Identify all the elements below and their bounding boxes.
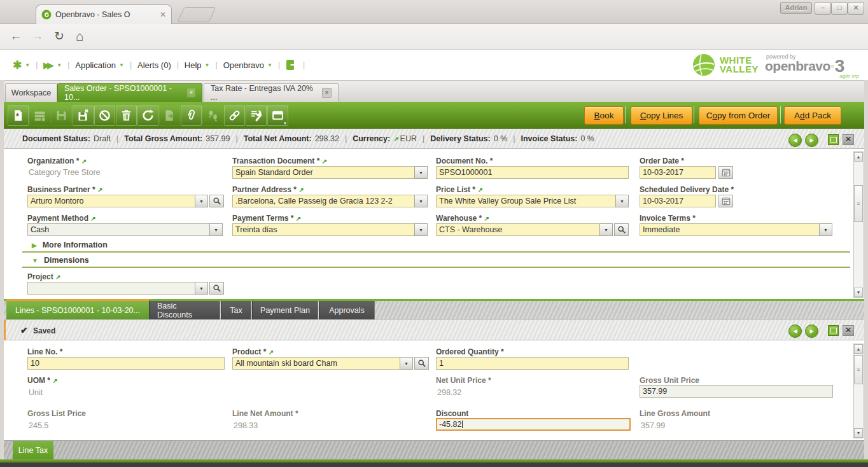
back-icon[interactable]: ←	[8, 28, 24, 45]
browser-tab[interactable]: Openbravo - Sales O ✕	[36, 4, 172, 24]
link-arrow-icon[interactable]: ↗	[296, 215, 301, 222]
next-record-button[interactable]: ▶	[805, 134, 818, 147]
payment-method-select[interactable]: Cash ▼	[27, 223, 223, 236]
window-maximize-button[interactable]: □	[831, 2, 848, 15]
maximize-pane-button[interactable]	[828, 134, 839, 145]
scrollbar-thumb[interactable]: ≡	[854, 355, 863, 384]
partner-address-select[interactable]: .Barcelona, Calle Passeig de Gracia 123 …	[232, 195, 428, 207]
search-icon[interactable]	[414, 357, 429, 370]
openbravo-menu[interactable]: Openbravo ▼	[223, 60, 272, 70]
copy-from-order-button[interactable]: Copy from Order	[699, 106, 778, 125]
link-arrow-icon[interactable]: ↗	[393, 136, 398, 143]
delete-button[interactable]	[116, 105, 137, 126]
tab-close-icon[interactable]: ✕	[160, 10, 166, 19]
scheduled-delivery-date-input[interactable]: 10-03-2017	[640, 195, 716, 207]
price-list-select[interactable]: The White Valley Group Sale Price List ▼	[436, 195, 629, 207]
window-close-button[interactable]: ✕	[848, 2, 864, 15]
scroll-up-icon[interactable]: ▲	[854, 152, 863, 162]
copy-lines-button[interactable]: Copy Lines	[631, 106, 692, 125]
product-select[interactable]: All mountain ski board Cham ▼	[232, 357, 413, 370]
new-tab-button[interactable]	[178, 7, 216, 22]
tab-close-icon[interactable]: ×	[187, 88, 195, 97]
search-icon[interactable]	[614, 223, 629, 236]
scroll-up-icon[interactable]: ▲	[854, 344, 863, 354]
link-arrow-icon[interactable]: ↗	[81, 158, 87, 165]
link-arrow-icon[interactable]: ↗	[322, 158, 327, 165]
home-icon[interactable]: ⌂	[71, 28, 88, 45]
undo-button[interactable]	[94, 105, 115, 126]
previous-record-button[interactable]: ◀	[788, 324, 802, 338]
chevron-down-icon[interactable]: ▼	[599, 223, 613, 236]
tab-tax[interactable]: Tax	[221, 301, 251, 319]
next-record-button[interactable]: ▶	[805, 324, 818, 338]
discount-input[interactable]: -45.82	[436, 418, 631, 431]
invoice-terms-select[interactable]: Immediate ▼	[640, 223, 832, 236]
warehouse-select[interactable]: CTS - Warehouse ▼	[436, 223, 613, 236]
tab-tax-rate[interactable]: Tax Rate - Entregas IVA 20% ... ×	[204, 83, 339, 102]
chevron-down-icon[interactable]: ▼	[400, 357, 413, 370]
business-partner-select[interactable]: Arturo Montoro ▼	[27, 195, 208, 207]
help-menu[interactable]: Help ▼	[185, 60, 210, 70]
tab-sales-order[interactable]: Sales Order - SPSO1000001 - 10... ×	[57, 83, 202, 102]
tab-line-tax[interactable]: Line Tax	[13, 441, 53, 460]
tab-workspace[interactable]: Workspace	[5, 83, 57, 102]
tab-close-icon[interactable]: ×	[322, 88, 332, 98]
form-scrollbar[interactable]: ▲ ≡ ▼	[853, 151, 864, 298]
save-and-close-button[interactable]	[73, 105, 94, 126]
previous-record-button[interactable]: ◀	[788, 134, 802, 147]
line-no-input[interactable]: 10	[27, 357, 225, 370]
tab-basic-discounts[interactable]: Basic Discounts	[149, 301, 220, 319]
search-icon[interactable]	[209, 195, 224, 207]
link-arrow-icon[interactable]: ↗	[298, 186, 304, 193]
calendar-icon[interactable]	[718, 166, 733, 179]
tab-lines[interactable]: Lines - SPSO1000001 - 10-03-20...	[6, 299, 149, 319]
gross-unit-price-input[interactable]: 357.99	[640, 385, 833, 398]
tab-approvals[interactable]: Approvals	[319, 301, 375, 319]
quick-launch-menu[interactable]: ✱ ▼	[13, 59, 30, 72]
calendar-icon[interactable]	[718, 195, 733, 207]
document-no-input[interactable]: SPSO1000001	[436, 166, 629, 179]
logout-button[interactable]	[286, 59, 297, 71]
more-information-section[interactable]: ▶ More Information	[32, 240, 108, 249]
close-pane-button[interactable]: ✕	[843, 134, 854, 145]
chevron-down-icon[interactable]: ▼	[209, 223, 223, 236]
link-arrow-icon[interactable]: ↗	[90, 215, 95, 222]
scroll-down-icon[interactable]: ▼	[854, 428, 863, 438]
link-arrow-icon[interactable]: ↗	[55, 274, 60, 281]
ordered-quantity-input[interactable]: 1	[436, 357, 629, 370]
new-record-button[interactable]: *	[8, 105, 29, 126]
project-select[interactable]: ▼	[27, 282, 208, 295]
tab-payment-plan[interactable]: Payment Plan	[252, 301, 318, 319]
payment-terms-select[interactable]: Treinta días ▼	[232, 223, 428, 236]
reload-icon[interactable]: ↻	[51, 28, 67, 45]
chevron-down-icon[interactable]: ▼	[414, 223, 428, 236]
form-view-toggle-button[interactable]: ▼	[267, 105, 288, 126]
alerts-menu[interactable]: Alerts (0)	[137, 60, 171, 70]
attachment-button[interactable]	[181, 105, 202, 126]
window-minimize-button[interactable]: −	[815, 2, 831, 15]
link-arrow-icon[interactable]: ↗	[52, 377, 57, 384]
transaction-document-select[interactable]: Spain Standard Order ▼	[232, 166, 428, 179]
scroll-down-icon[interactable]: ▼	[854, 288, 863, 297]
chevron-down-icon[interactable]: ▼	[615, 195, 629, 207]
chevron-down-icon[interactable]: ▼	[414, 166, 428, 179]
order-date-input[interactable]: 10-03-2017	[640, 166, 716, 179]
chevron-down-icon[interactable]: ▼	[819, 223, 832, 236]
chevron-down-icon[interactable]: ▼	[195, 195, 208, 207]
lines-scrollbar[interactable]: ▲ ≡ ▼	[853, 344, 864, 438]
process-button[interactable]	[246, 105, 267, 126]
link-arrow-icon[interactable]: ↗	[477, 186, 482, 193]
scrollbar-thumb[interactable]: ≡	[854, 185, 863, 222]
chevron-down-icon[interactable]: ▼	[195, 282, 208, 295]
search-icon[interactable]	[209, 282, 224, 295]
application-menu[interactable]: Application ▼	[75, 60, 124, 70]
close-pane-button[interactable]: ✕	[843, 325, 854, 336]
link-arrow-icon[interactable]: ↗	[269, 349, 274, 356]
maximize-pane-button[interactable]	[828, 325, 839, 336]
link-button[interactable]	[224, 105, 245, 126]
refresh-button[interactable]	[137, 105, 158, 126]
book-button[interactable]: Book	[584, 106, 624, 125]
link-arrow-icon[interactable]: ↗	[484, 215, 489, 222]
dimensions-section[interactable]: ▼ Dimensions	[32, 256, 89, 265]
add-pack-button[interactable]: Add Pack	[784, 106, 841, 125]
